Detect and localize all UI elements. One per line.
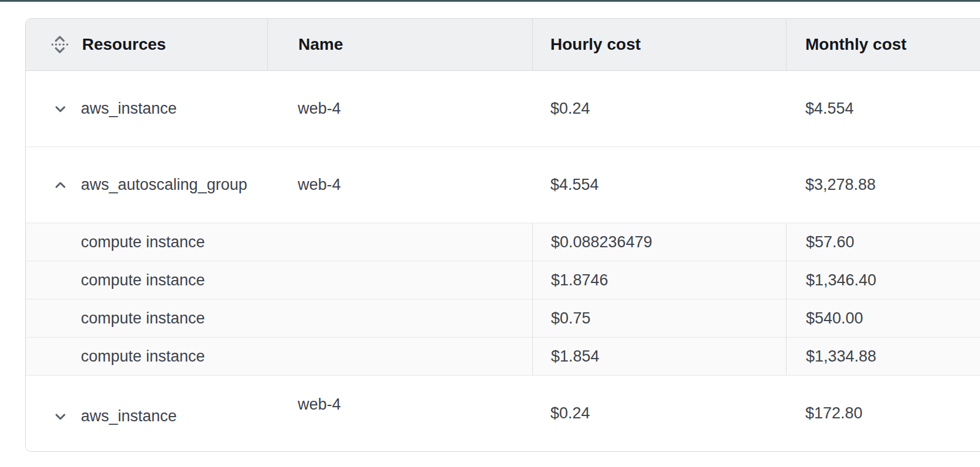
monthly-cost-cell: $3,278.88 bbox=[786, 147, 980, 223]
subresource-label: compute instance bbox=[81, 309, 205, 328]
chevron-up-icon[interactable] bbox=[50, 175, 70, 195]
resource-row: aws_instanceweb-4$0.24$172.80 bbox=[26, 376, 980, 451]
monthly-cost-cell: $57.60 bbox=[786, 223, 980, 261]
resource-type-label: aws_autoscaling_group bbox=[81, 176, 247, 194]
column-header-resources: Resources bbox=[26, 19, 267, 70]
column-header-label: Name bbox=[298, 35, 343, 54]
resources-cell: aws_instance bbox=[26, 379, 267, 452]
subresource-label: compute instance bbox=[81, 347, 205, 366]
subresource-row: compute instance$1.8746$1,346.40 bbox=[26, 261, 980, 299]
resources-cell: aws_instance bbox=[26, 71, 267, 146]
name-cell: web-4 bbox=[267, 396, 532, 414]
resources-cell: compute instance bbox=[26, 261, 532, 299]
subresource-label: compute instance bbox=[81, 233, 205, 251]
chevron-down-icon[interactable] bbox=[50, 99, 70, 119]
subresource-row: compute instance$1.854$1,334.88 bbox=[26, 338, 980, 376]
name-cell: web-4 bbox=[267, 176, 532, 194]
column-header-name: Name bbox=[267, 19, 532, 70]
resource-type-label: aws_instance bbox=[81, 407, 177, 425]
subresource-label: compute instance bbox=[81, 271, 205, 289]
name-cell: web-4 bbox=[267, 100, 532, 118]
resource-row: aws_instanceweb-4$0.24$4.554 bbox=[26, 71, 980, 147]
resources-cell: aws_autoscaling_group bbox=[26, 147, 267, 223]
resource-row: aws_autoscaling_groupweb-4$4.554$3,278.8… bbox=[26, 147, 980, 223]
hourly-cost-cell: $0.75 bbox=[532, 299, 786, 337]
column-header-monthly-cost: Monthly cost bbox=[786, 19, 980, 70]
monthly-cost-cell: $540.00 bbox=[786, 299, 980, 337]
resource-type-label: aws_instance bbox=[81, 100, 177, 118]
table-body: aws_instanceweb-4$0.24$4.554aws_autoscal… bbox=[26, 71, 980, 451]
cost-breakdown-table: Resources Name Hourly cost Monthly cost … bbox=[25, 18, 980, 452]
drag-vertical-icon[interactable] bbox=[47, 32, 73, 57]
monthly-cost-cell: $4.554 bbox=[786, 71, 980, 146]
column-header-hourly-cost: Hourly cost bbox=[532, 19, 786, 70]
table-header-row: Resources Name Hourly cost Monthly cost bbox=[26, 19, 980, 71]
resources-cell: compute instance bbox=[26, 338, 532, 375]
monthly-cost-cell: $1,346.40 bbox=[786, 261, 980, 299]
hourly-cost-cell: $4.554 bbox=[532, 147, 786, 223]
monthly-cost-cell: $172.80 bbox=[786, 376, 980, 451]
hourly-cost-cell: $0.24 bbox=[532, 376, 786, 451]
column-header-label: Hourly cost bbox=[550, 35, 641, 54]
hourly-cost-cell: $0.24 bbox=[532, 71, 786, 146]
resources-cell: compute instance bbox=[26, 223, 532, 261]
subresource-row: compute instance$0.088236479$57.60 bbox=[26, 223, 980, 261]
column-header-label: Resources bbox=[82, 35, 166, 54]
monthly-cost-cell: $1,334.88 bbox=[786, 338, 980, 375]
hourly-cost-cell: $1.8746 bbox=[532, 261, 786, 299]
hourly-cost-cell: $1.854 bbox=[532, 338, 786, 375]
hourly-cost-cell: $0.088236479 bbox=[532, 223, 786, 261]
chevron-down-icon[interactable] bbox=[50, 407, 70, 427]
subresource-row: compute instance$0.75$540.00 bbox=[26, 299, 980, 338]
column-header-label: Monthly cost bbox=[805, 35, 907, 54]
top-accent-bar bbox=[0, 0, 980, 2]
resources-cell: compute instance bbox=[26, 299, 532, 337]
